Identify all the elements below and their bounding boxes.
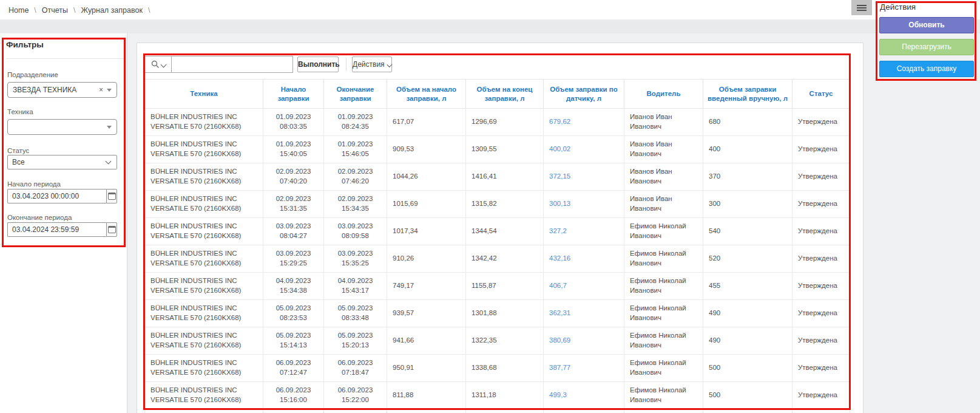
breadcrumb-item[interactable]: Отчеты — [42, 6, 68, 15]
sensor-volume-link[interactable]: 679,62 — [549, 118, 570, 125]
column-header[interactable]: Статус — [792, 80, 850, 109]
filters-title: Фильтры — [6, 40, 44, 49]
cell-end: 03.09.202315:35:25 — [324, 245, 387, 273]
breadcrumb-separator: \ — [34, 6, 36, 15]
cell-vol-end: 1338,68 — [466, 355, 544, 382]
breadcrumb-item[interactable]: Журнал заправок — [81, 6, 143, 15]
period-end-field — [7, 222, 117, 237]
column-header[interactable]: Водитель — [624, 80, 703, 109]
search-scope-button[interactable] — [144, 56, 172, 73]
period-start-input[interactable] — [7, 189, 106, 203]
cell-start: 04.09.202315:34:38 — [263, 273, 324, 300]
breadcrumb-separator: \ — [73, 6, 75, 15]
cell-driver: Ефимов Николай Иванович — [624, 327, 703, 355]
cell-vol-start: 941,66 — [387, 327, 466, 355]
column-header[interactable]: Окончание заправки — [324, 80, 387, 109]
cell-vol-sensor: 679,62 — [544, 109, 624, 136]
table-row[interactable]: BÜHLER INDUSTRIES INC VERSATILE 570 (216… — [145, 273, 850, 300]
cell-end: 06.09.202315:22:00 — [324, 382, 387, 409]
search-input[interactable] — [171, 56, 293, 73]
cell-vol-sensor: 380,69 — [544, 327, 624, 355]
cell-tech: BÜHLER INDUSTRIES INC VERSATILE 570 (216… — [145, 245, 263, 273]
calendar-icon — [108, 193, 116, 200]
cell-vol-start: 910,26 — [387, 245, 466, 273]
period-start-field — [7, 189, 117, 203]
cell-vol-sensor: 432,16 — [544, 245, 624, 273]
chevron-down-icon[interactable] — [107, 126, 112, 129]
cell-end: 03.09.202308:09:58 — [324, 218, 387, 245]
cell-start: 06.09.202307:12:47 — [263, 355, 324, 382]
division-value: ЗВЕЗДА ТЕХНИКА — [8, 86, 95, 94]
sensor-volume-link[interactable]: 362,31 — [549, 309, 570, 316]
table-row[interactable]: BÜHLER INDUSTRIES INC VERSATILE 570 (216… — [145, 245, 850, 273]
chevron-down-icon — [387, 61, 392, 67]
clear-icon[interactable]: × — [95, 86, 107, 94]
chevron-down-icon[interactable] — [107, 89, 112, 92]
reload-button[interactable]: Перезагрузить — [879, 39, 974, 55]
fuel-log-table: ТехникаНачало заправкиОкончание заправки… — [144, 79, 850, 413]
cell-vol-manual: 540 — [703, 218, 792, 245]
table-row[interactable]: BÜHLER INDUSTRIES INC VERSATILE 570 (216… — [145, 300, 850, 327]
cell-status: Утверждена — [792, 136, 850, 163]
refresh-button[interactable]: Обновить — [879, 17, 974, 33]
table-row[interactable]: BÜHLER INDUSTRIES INC VERSATILE 570 (216… — [145, 218, 850, 245]
period-end-input[interactable] — [7, 222, 106, 237]
table-row[interactable]: BÜHLER INDUSTRIES INC VERSATILE 570 (216… — [145, 355, 850, 382]
cell-vol-end: 1315,82 — [466, 191, 544, 218]
menu-icon[interactable] — [851, 0, 872, 15]
cell-tech: BÜHLER INDUSTRIES INC VERSATILE 570 (216… — [145, 136, 263, 163]
breadcrumb-item[interactable]: Home — [8, 6, 29, 15]
sensor-volume-link[interactable]: 432,16 — [549, 254, 570, 262]
create-refuel-button[interactable]: Создать заправку — [879, 61, 974, 77]
status-select[interactable]: Все — [7, 155, 117, 169]
table-row[interactable]: BÜHLER INDUSTRIES INC VERSATILE 570 (216… — [145, 382, 850, 409]
breadcrumb-separator: \ — [148, 6, 150, 15]
cell-vol-start: 811,88 — [387, 382, 466, 409]
technics-label: Техника — [7, 108, 33, 115]
table-row[interactable]: BÜHLER INDUSTRIES INC VERSATILE 570 (216… — [145, 191, 850, 218]
column-header[interactable]: Объем заправки введенный вручную, л — [703, 80, 792, 109]
cell-vol-sensor: 300,13 — [544, 191, 624, 218]
cell-vol-start: 950,91 — [387, 355, 466, 382]
cell-driver: Иванов Иван Иванович — [624, 163, 703, 191]
cell-driver: Ефимов Николай Иванович — [624, 245, 703, 273]
column-header[interactable]: Объем заправки по датчику, л — [544, 80, 624, 109]
sensor-volume-link[interactable]: 499,3 — [549, 391, 567, 398]
sensor-volume-link[interactable]: 400,02 — [549, 145, 570, 152]
search-icon — [151, 60, 160, 69]
cell-tech: BÜHLER INDUSTRIES INC VERSATILE 570 (216… — [145, 163, 263, 191]
cell-start: 01.09.202315:40:05 — [263, 136, 324, 163]
sensor-volume-link[interactable]: 300,13 — [549, 200, 570, 207]
column-header[interactable]: Начало заправки — [263, 80, 324, 109]
table-row[interactable]: BÜHLER INDUSTRIES INC VERSATILE 570 (216… — [145, 163, 850, 191]
calendar-button[interactable] — [106, 222, 117, 237]
sensor-volume-link[interactable]: 372,15 — [549, 172, 570, 180]
cell-start: 05.09.202308:23:53 — [263, 300, 324, 327]
column-header[interactable]: Объем на конец заправки, л — [466, 80, 544, 109]
cell-driver: Ефимов Николай Иванович — [624, 273, 703, 300]
sensor-volume-link[interactable]: 327,2 — [549, 227, 567, 234]
table-row[interactable]: BÜHLER INDUSTRIES INC VERSATILE 570 (216… — [145, 136, 850, 163]
calendar-button[interactable] — [106, 189, 117, 203]
actions-dropdown-button[interactable]: Действия — [352, 56, 392, 72]
sensor-volume-link[interactable]: 380,69 — [549, 336, 570, 344]
cell-end: 01.09.202315:46:05 — [324, 136, 387, 163]
table-row[interactable]: BÜHLER INDUSTRIES INC VERSATILE 570 (216… — [145, 109, 850, 136]
execute-button[interactable]: Выполнить — [297, 56, 339, 72]
sensor-volume-link[interactable]: 387,77 — [549, 364, 570, 371]
column-header[interactable]: Техника — [145, 80, 263, 109]
sensor-volume-link[interactable]: 406,7 — [549, 282, 567, 289]
cell-vol-start: 909,53 — [387, 136, 466, 163]
technics-select[interactable] — [7, 119, 117, 135]
cell-tech: BÜHLER INDUSTRIES INC VERSATILE 570 (216… — [145, 191, 263, 218]
cell-vol-sensor: 499,3 — [544, 382, 624, 409]
column-header[interactable]: Объем на начало заправки, л — [387, 80, 466, 109]
cell-status: Утверждена — [792, 300, 850, 327]
table-row — [145, 409, 850, 413]
division-select[interactable]: ЗВЕЗДА ТЕХНИКА × — [7, 82, 117, 98]
cell-vol-manual: 300 — [703, 191, 792, 218]
actions-dropdown-label: Действия — [353, 60, 385, 69]
cell-tech: BÜHLER INDUSTRIES INC VERSATILE 570 (216… — [145, 355, 263, 382]
cell-vol-end: 1309,55 — [466, 136, 544, 163]
table-row[interactable]: BÜHLER INDUSTRIES INC VERSATILE 570 (216… — [145, 327, 850, 355]
